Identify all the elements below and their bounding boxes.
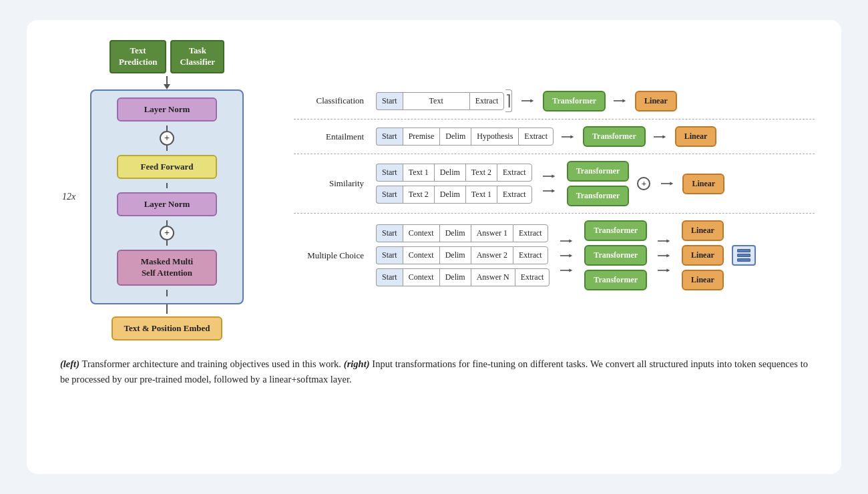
mc2-delim: Delim xyxy=(439,246,471,264)
mc-linear2: Linear xyxy=(682,245,724,266)
sim2-delim: Delim xyxy=(434,186,465,204)
sim-transformer2: Transformer xyxy=(567,186,630,206)
cls-start: Start xyxy=(376,92,403,110)
svg-marker-17 xyxy=(570,254,573,257)
stack-line-2 xyxy=(737,254,750,257)
main-card: Text Prediction Task Classifier 12x Laye… xyxy=(27,20,841,474)
cls-arrow xyxy=(521,95,535,106)
sim2-start: Start xyxy=(376,186,403,204)
ent-extract: Extract xyxy=(518,128,554,146)
svg-marker-23 xyxy=(666,254,670,257)
mc-transformer3: Transformer xyxy=(584,270,647,290)
mc3-context: Context xyxy=(403,268,439,286)
top-boxes: Text Prediction Task Classifier xyxy=(110,40,224,73)
cls-text: Text xyxy=(403,92,469,110)
multiple-choice-row: Multiple Choice Start Context Delim Answ… xyxy=(294,214,815,297)
mc2-start: Start xyxy=(376,246,403,264)
layer-norm-1: Layer Norm xyxy=(117,97,217,121)
similarity-row: Similarity Start Text 1 Delim Text 2 Ext… xyxy=(294,154,815,214)
sim1-text1: Text 1 xyxy=(403,164,434,182)
mc-linear1: Linear xyxy=(682,220,724,241)
ent-linear: Linear xyxy=(675,126,717,147)
sim1-start: Start xyxy=(376,164,403,182)
cls-linear: Linear xyxy=(635,91,677,111)
svg-marker-9 xyxy=(552,175,555,178)
mc-linear3: Linear xyxy=(682,270,724,290)
softmax-stack xyxy=(732,245,756,266)
svg-marker-19 xyxy=(570,268,573,272)
sim-arrow1 xyxy=(543,171,556,182)
mc-label: Multiple Choice xyxy=(294,250,371,261)
svg-marker-15 xyxy=(570,239,573,242)
svg-marker-5 xyxy=(570,135,574,138)
sim-input-row-2: Start Text 2 Delim Text 1 Extract xyxy=(376,186,532,204)
caption: (left) Transformer architecture and trai… xyxy=(53,356,815,387)
diagram-area: Text Prediction Task Classifier 12x Laye… xyxy=(53,40,815,340)
sim-linear: Linear xyxy=(682,174,724,194)
mc-transformer1: Transformer xyxy=(584,220,647,241)
mc-arrow2 xyxy=(560,250,574,261)
mc1-ans1: Answer 1 xyxy=(471,224,513,242)
layer-norm-2: Layer Norm xyxy=(117,192,217,216)
entailment-label: Entailment xyxy=(294,132,371,142)
caption-text1: Transformer architecture and training ob… xyxy=(79,358,344,369)
sim-transformer1: Transformer xyxy=(567,161,630,182)
classification-label: Classification xyxy=(294,95,371,106)
mc1-start: Start xyxy=(376,224,403,242)
svg-marker-21 xyxy=(666,239,670,242)
mc3-delim: Delim xyxy=(439,268,471,286)
stack-line-3 xyxy=(737,258,750,262)
twelve-x-label: 12x xyxy=(62,192,75,202)
mc-input-row-2: Start Context Delim Answer 2 Extract xyxy=(376,246,550,264)
mc-arrow1 xyxy=(560,236,574,246)
mc2-context: Context xyxy=(403,246,439,264)
mc-transformer2: Transformer xyxy=(584,245,647,266)
mc1-context: Context xyxy=(403,224,439,242)
right-section: Classification Start Text Extract ⌉ Tran… xyxy=(294,83,815,297)
sim1-text2: Text 2 xyxy=(465,164,497,182)
transformer-block: Layer Norm + Feed Forward xyxy=(90,89,244,304)
sim-arrow3 xyxy=(661,178,674,189)
sim-plus: + xyxy=(637,177,650,190)
mc-arrow3 xyxy=(560,265,574,276)
sim-arrow2 xyxy=(543,186,556,196)
mc3-ansn: Answer N xyxy=(471,268,515,286)
entailment-input-row: Start Premise Delim Hypothesis Extract xyxy=(376,128,554,146)
sim1-delim: Delim xyxy=(434,164,465,182)
svg-marker-7 xyxy=(662,135,666,138)
similarity-label: Similarity xyxy=(294,178,371,189)
embed-box: Text & Position Embed xyxy=(112,316,222,340)
feed-forward-box: Feed Forward xyxy=(117,155,217,179)
plus-circle-1: + xyxy=(160,131,174,146)
ent-delim: Delim xyxy=(439,128,471,146)
caption-bold-left: (left) xyxy=(60,358,79,369)
masked-attn-box: Masked Multi Self Attention xyxy=(117,250,217,286)
sim2-extract: Extract xyxy=(497,186,532,204)
mc-input-row-1: Start Context Delim Answer 1 Extract xyxy=(376,224,550,242)
svg-marker-13 xyxy=(670,182,674,186)
svg-marker-25 xyxy=(666,268,670,272)
task-classifier-box: Task Classifier xyxy=(170,40,224,73)
sim2-text2: Text 2 xyxy=(403,186,434,204)
mc3-start: Start xyxy=(376,268,403,286)
mc1-delim: Delim xyxy=(439,224,471,242)
ent-start: Start xyxy=(376,128,403,146)
sim-input-row-1: Start Text 1 Delim Text 2 Extract xyxy=(376,164,532,182)
mc-linear-arrow2 xyxy=(658,250,671,261)
classification-input-row: Start Text Extract ⌉ xyxy=(376,89,513,112)
ent-premise: Premise xyxy=(403,128,440,146)
mc-linear-arrow3 xyxy=(658,265,671,276)
cls-arrow2 xyxy=(614,95,627,106)
mc3-extract: Extract xyxy=(515,268,550,286)
ent-transformer: Transformer xyxy=(583,126,646,147)
mc-input-row-3: Start Context Delim Answer N Extract xyxy=(376,268,550,286)
mc-linear-arrow1 xyxy=(658,236,671,246)
sim2-text1: Text 1 xyxy=(465,186,497,204)
caption-bold-right: (right) xyxy=(344,358,370,369)
text-prediction-box: Text Prediction xyxy=(110,40,167,73)
ent-arrow2 xyxy=(654,132,667,142)
plus-circle-2: + xyxy=(160,226,174,240)
cls-transformer: Transformer xyxy=(543,91,606,111)
ent-arrow xyxy=(562,132,575,142)
svg-marker-11 xyxy=(552,190,555,193)
